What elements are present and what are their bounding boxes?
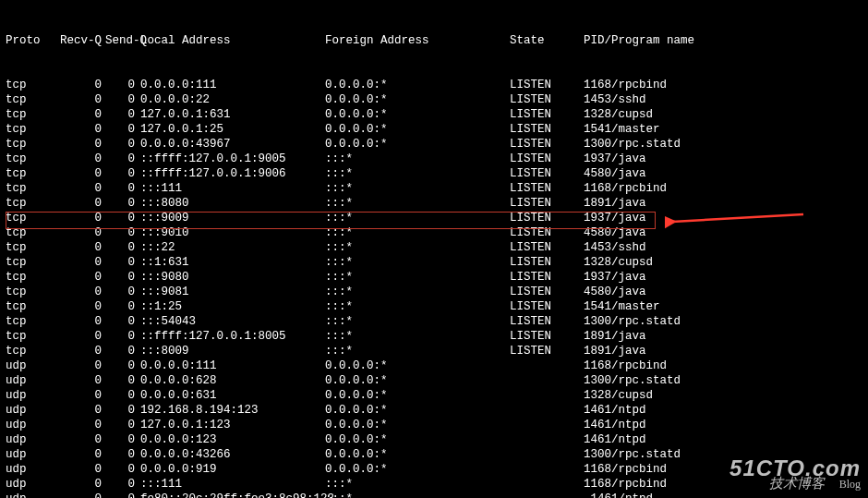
cell-foreign: 0.0.0.0:* xyxy=(325,418,510,432)
cell-send: 0 xyxy=(105,78,140,92)
cell-proto: udp xyxy=(6,492,50,498)
cell-proto: udp xyxy=(6,373,50,388)
netstat-row: tcp00:::8009:::*LISTEN1891/java xyxy=(6,344,862,358)
cell-state: LISTEN xyxy=(510,92,584,107)
cell-foreign: :::* xyxy=(325,166,510,181)
netstat-row: tcp00:::8080:::*LISTEN1891/java xyxy=(6,196,862,211)
cell-foreign: :::* xyxy=(325,196,510,211)
cell-local: 0.0.0.0:628 xyxy=(140,373,325,388)
netstat-row: tcp000.0.0.0:439670.0.0.0:*LISTEN1300/rp… xyxy=(6,137,862,152)
cell-state xyxy=(510,418,584,432)
cell-send: 0 xyxy=(105,314,140,329)
cell-local: :::22 xyxy=(140,240,325,255)
cell-state: LISTEN xyxy=(510,152,584,166)
cell-recv: 0 xyxy=(50,492,105,498)
cell-local: 0.0.0.0:22 xyxy=(140,92,325,107)
cell-foreign: 0.0.0.0:* xyxy=(325,373,510,388)
cell-pid: 1453/sshd xyxy=(584,92,862,107)
cell-recv: 0 xyxy=(50,78,105,92)
cell-proto: udp xyxy=(6,388,50,403)
cell-proto: udp xyxy=(6,403,50,418)
cell-recv: 0 xyxy=(50,107,105,122)
terminal-output[interactable]: Proto Recv-Q Send-Q Local Address Foreig… xyxy=(0,0,868,498)
cell-send: 0 xyxy=(105,137,140,152)
cell-send: 0 xyxy=(105,358,140,373)
cell-send: 0 xyxy=(105,196,140,211)
cell-send: 0 xyxy=(105,388,140,403)
header-state: State xyxy=(510,33,584,48)
cell-foreign: 0.0.0.0:* xyxy=(325,447,510,462)
cell-state xyxy=(510,403,584,418)
cell-recv: 0 xyxy=(50,432,105,447)
cell-state xyxy=(510,462,584,477)
netstat-row: udp000.0.0.0:1230.0.0.0:*1461/ntpd xyxy=(6,432,862,447)
cell-recv: 0 xyxy=(50,388,105,403)
cell-proto: tcp xyxy=(6,78,50,92)
cell-recv: 0 xyxy=(50,270,105,285)
cell-foreign: :::* xyxy=(325,255,510,270)
watermark: 51CTO.com 技术博客 Blog xyxy=(729,461,861,492)
cell-state: LISTEN xyxy=(510,285,584,299)
cell-proto: tcp xyxy=(6,225,50,240)
cell-proto: tcp xyxy=(6,152,50,166)
cell-proto: tcp xyxy=(6,181,50,196)
cell-state: LISTEN xyxy=(510,107,584,122)
cell-pid: 4580/java xyxy=(584,166,862,181)
cell-foreign: 0.0.0.0:* xyxy=(325,137,510,152)
cell-pid: 1300/rpc.statd xyxy=(584,137,862,152)
cell-recv: 0 xyxy=(50,418,105,432)
cell-state: LISTEN xyxy=(510,299,584,314)
cell-local: :::9080 xyxy=(140,270,325,285)
netstat-row: tcp00127.0.0.1:250.0.0.0:*LISTEN1541/mas… xyxy=(6,122,862,137)
cell-recv: 0 xyxy=(50,152,105,166)
cell-local: 0.0.0.0:111 xyxy=(140,78,325,92)
cell-local: 127.0.0.1:631 xyxy=(140,107,325,122)
cell-proto: tcp xyxy=(6,285,50,299)
cell-foreign: :::* xyxy=(325,344,510,358)
cell-foreign: :::* xyxy=(325,270,510,285)
cell-send: 0 xyxy=(105,107,140,122)
cell-foreign: 0.0.0.0:* xyxy=(325,358,510,373)
netstat-row: tcp000.0.0.0:1110.0.0.0:*LISTEN1168/rpcb… xyxy=(6,78,862,92)
netstat-row: tcp000.0.0.0:220.0.0.0:*LISTEN1453/sshd xyxy=(6,92,862,107)
cell-local: 0.0.0.0:43266 xyxy=(140,447,325,462)
cell-recv: 0 xyxy=(50,196,105,211)
cell-state xyxy=(510,447,584,462)
cell-foreign: :::* xyxy=(325,285,510,299)
cell-pid: 1453/sshd xyxy=(584,240,862,255)
cell-pid: 1461/ntpd xyxy=(584,403,862,418)
cell-local: 0.0.0.0:631 xyxy=(140,388,325,403)
cell-state: LISTEN xyxy=(510,137,584,152)
cell-local: :::54043 xyxy=(140,314,325,329)
cell-proto: udp xyxy=(6,432,50,447)
cell-recv: 0 xyxy=(50,166,105,181)
cell-state: LISTEN xyxy=(510,255,584,270)
cell-state xyxy=(510,432,584,447)
cell-recv: 0 xyxy=(50,314,105,329)
cell-state: LISTEN xyxy=(510,344,584,358)
cell-pid: 1328/cupsd xyxy=(584,107,862,122)
cell-send: 0 xyxy=(105,255,140,270)
cell-send: 0 xyxy=(105,211,140,225)
cell-state: LISTEN xyxy=(510,270,584,285)
cell-proto: tcp xyxy=(6,107,50,122)
cell-local: 0.0.0.0:919 xyxy=(140,462,325,477)
cell-proto: tcp xyxy=(6,122,50,137)
netstat-row: tcp00:::9010:::*LISTEN4580/java xyxy=(6,225,862,240)
cell-recv: 0 xyxy=(50,344,105,358)
netstat-row: tcp00:::22:::*LISTEN1453/sshd xyxy=(6,240,862,255)
cell-pid: 1937/java xyxy=(584,152,862,166)
cell-local: 0.0.0.0:43967 xyxy=(140,137,325,152)
cell-foreign: 0.0.0.0:* xyxy=(325,92,510,107)
netstat-row: tcp00:::9009:::*LISTEN1937/java xyxy=(6,211,862,225)
cell-local: ::ffff:127.0.0.1:9006 xyxy=(140,166,325,181)
netstat-header-row: Proto Recv-Q Send-Q Local Address Foreig… xyxy=(6,33,862,48)
header-proto: Proto xyxy=(6,33,50,48)
cell-state: LISTEN xyxy=(510,122,584,137)
cell-proto: udp xyxy=(6,447,50,462)
cell-state: LISTEN xyxy=(510,314,584,329)
cell-send: 0 xyxy=(105,225,140,240)
cell-local: :::111 xyxy=(140,181,325,196)
netstat-row: udp00127.0.0.1:1230.0.0.0:*1461/ntpd xyxy=(6,418,862,432)
cell-send: 0 xyxy=(105,418,140,432)
